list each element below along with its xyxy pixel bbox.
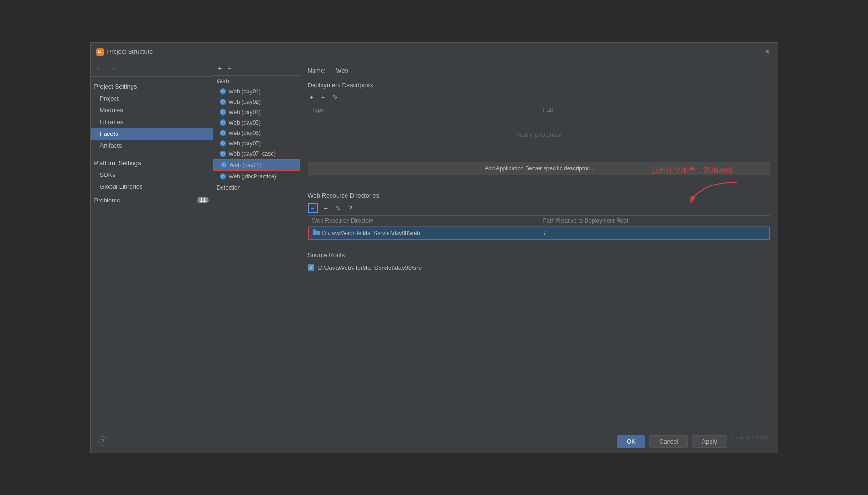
web-icon — [220, 109, 226, 116]
wr-dir-cell: D:\JavaWeb\HeiMa_Servlet\day08\web — [309, 227, 540, 239]
title-bar-left: IJ Project Structure — [96, 48, 153, 56]
name-row: Name: Web — [308, 67, 770, 74]
wr-table: Web Resource Directory Path Relative to … — [308, 215, 770, 240]
tree-item-day07case[interactable]: Web (day07_case) — [213, 149, 300, 159]
bottom-right: OK Cancel Apply CSDN @ITzengMr — [617, 435, 770, 448]
wr-table-header: Web Resource Directory Path Relative to … — [308, 216, 770, 227]
wr-remove-button[interactable]: − — [322, 203, 330, 213]
problems-label: Problems — [94, 197, 120, 204]
dd-nothing-label: Nothing to show — [517, 131, 561, 138]
sidebar-item-facets[interactable]: Facets — [91, 128, 213, 140]
source-root-path: D:\JavaWeb\HeiMa_Servlet\day08\src — [318, 264, 422, 271]
dd-add-button[interactable]: + — [308, 92, 315, 102]
platform-settings-section: Platform Settings SDKs Global Libraries — [91, 153, 213, 194]
name-value: Web — [336, 67, 349, 74]
annotation-arrow — [686, 180, 742, 208]
deployment-descriptors-title: Deployment Descriptors — [308, 82, 770, 89]
folder-icon — [313, 231, 320, 235]
add-facet-button[interactable]: + — [217, 64, 223, 72]
middle-panel: + − Web Web (day01) Web (day02) Web (day… — [213, 61, 300, 430]
wr-dir-col: Web Resource Directory — [308, 216, 539, 226]
left-panel: ← → Project Settings Project Modules Lib… — [91, 61, 213, 430]
source-roots-label: Source Roots — [308, 252, 770, 259]
forward-button[interactable]: → — [107, 64, 118, 74]
tree-item-jdbcpractice[interactable]: Web (jdbcPractice) — [213, 171, 300, 182]
wr-edit-button[interactable]: ✎ — [333, 203, 343, 213]
tree-item-day07[interactable]: Web (day07) — [213, 138, 300, 149]
back-button[interactable]: ← — [94, 64, 105, 74]
platform-settings-header: Platform Settings — [91, 157, 213, 169]
dd-table-header: Type Path — [308, 104, 770, 116]
app-icon: IJ — [96, 48, 104, 56]
sidebar-item-global-libraries[interactable]: Global Libraries — [91, 181, 213, 193]
tree-item-day06[interactable]: Web (day06) — [213, 128, 300, 138]
wr-path-col: Path Relative to Deployment Root — [539, 216, 770, 226]
web-icon — [220, 99, 226, 105]
dd-toolbar: + − ✎ — [308, 92, 770, 102]
web-icon — [220, 119, 226, 126]
dd-table: Type Path Nothing to show — [308, 104, 770, 154]
web-icon — [220, 88, 226, 95]
tree-item-day02[interactable]: Web (day02) — [213, 97, 300, 107]
web-icon — [220, 140, 226, 147]
tree-item-day01[interactable]: Web (day01) — [213, 86, 300, 97]
cancel-button[interactable]: Cancel — [649, 435, 688, 448]
apply-button[interactable]: Apply — [692, 435, 727, 448]
source-root-checkbox[interactable] — [308, 264, 314, 271]
remove-facet-button[interactable]: − — [226, 64, 232, 72]
web-icon — [220, 173, 226, 180]
web-icon — [220, 130, 226, 136]
right-panel: Name: Web Deployment Descriptors + − ✎ T… — [300, 61, 778, 430]
bottom-bar: ? OK Cancel Apply CSDN @ITzengMr — [91, 430, 778, 453]
wr-deploy-path-cell: / — [540, 227, 769, 239]
web-icon — [220, 151, 226, 157]
sidebar-item-artifacts[interactable]: Artifacts — [91, 140, 213, 151]
sidebar-item-modules[interactable]: Modules — [91, 104, 213, 116]
tree-item-day05[interactable]: Web (day05) — [213, 117, 300, 128]
watermark: CSDN @ITzengMr — [731, 435, 770, 448]
dd-remove-button[interactable]: − — [319, 92, 327, 102]
wr-table-row[interactable]: D:\JavaWeb\HeiMa_Servlet\day08\web / — [308, 227, 770, 240]
dd-path-col: Path — [539, 104, 770, 116]
wr-add-button[interactable]: + — [308, 203, 318, 213]
tree-item-day08[interactable]: Web (day08) — [213, 159, 300, 171]
web-icon — [221, 162, 227, 168]
project-settings-section: Project Settings Project Modules Librari… — [91, 77, 213, 153]
close-button[interactable]: × — [762, 47, 772, 57]
dialog-body: ← → Project Settings Project Modules Lib… — [91, 61, 778, 430]
source-roots-section: Source Roots D:\JavaWeb\HeiMa_Servlet\da… — [308, 252, 770, 273]
wr-help-button[interactable]: ? — [347, 203, 354, 213]
project-structure-dialog: IJ Project Structure × ← → Project Setti… — [90, 42, 778, 453]
name-label: Name: — [308, 67, 331, 74]
sidebar-item-project[interactable]: Project — [91, 92, 213, 104]
detection-label: Detection — [213, 182, 300, 194]
annotation-text: 点击这个加号，添加web — [651, 166, 732, 176]
project-settings-header: Project Settings — [91, 81, 213, 92]
problems-row[interactable]: Problems 11 — [91, 194, 213, 206]
dialog-title: Project Structure — [107, 48, 153, 55]
tree-item-day03[interactable]: Web (day03) — [213, 107, 300, 117]
ok-button[interactable]: OK — [617, 435, 645, 448]
sidebar-item-libraries[interactable]: Libraries — [91, 116, 213, 128]
dd-edit-button[interactable]: ✎ — [331, 92, 340, 102]
problems-badge: 11 — [197, 197, 208, 203]
title-bar: IJ Project Structure × — [91, 43, 778, 61]
dd-table-body: Nothing to show — [308, 116, 770, 154]
dd-type-col: Type — [308, 104, 539, 116]
web-section-label: Web — [213, 76, 300, 86]
sidebar-item-sdks[interactable]: SDKs — [91, 169, 213, 181]
help-icon[interactable]: ? — [98, 436, 107, 446]
middle-toolbar: + − — [213, 61, 300, 76]
nav-toolbar: ← → — [91, 61, 213, 77]
bottom-left: ? — [98, 436, 107, 446]
source-root-row: D:\JavaWeb\HeiMa_Servlet\day08\src — [308, 262, 770, 273]
